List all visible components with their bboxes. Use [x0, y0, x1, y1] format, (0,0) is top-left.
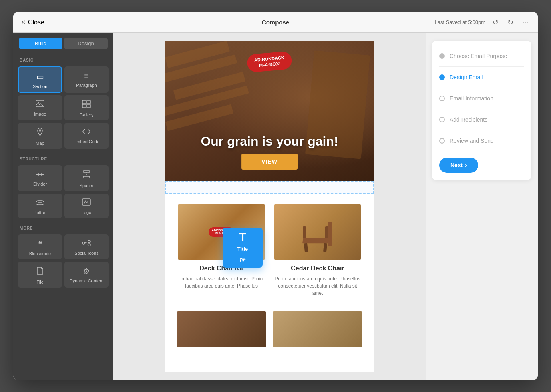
step-review-send[interactable]: Review and Send [439, 134, 524, 148]
sidebar-item-paragraph[interactable]: ≡ Paragraph [64, 66, 109, 93]
step-label-email-info: Email Information [450, 95, 493, 102]
sidebar-item-image[interactable]: Image [18, 95, 62, 120]
canvas-area: ADIRONDACK IN-A-BOX! Our grain is your g… [113, 33, 426, 380]
steps-divider-1 [439, 66, 524, 67]
sidebar-item-logo-label: Logo [82, 210, 91, 215]
sidebar-item-section-label: Section [33, 84, 48, 89]
undo-button[interactable]: ↺ [491, 16, 500, 28]
tab-build[interactable]: Build [19, 38, 62, 49]
step-choose-purpose[interactable]: Choose Email Purpose [439, 49, 524, 63]
svg-line-20 [85, 244, 88, 244]
button-icon [36, 198, 44, 208]
sidebar-item-spacer[interactable]: Spacer [64, 165, 109, 191]
step-dot-choose-purpose [439, 53, 445, 59]
svg-rect-3 [87, 100, 90, 104]
step-add-recipients[interactable]: Add Recipients [439, 112, 524, 127]
sidebar-item-button[interactable]: Button [18, 194, 62, 218]
hero-cta-button[interactable]: VIEW [241, 154, 298, 170]
logo-icon [82, 198, 91, 208]
step-label-review-send: Review and Send [450, 138, 494, 144]
sidebar-item-image-label: Image [34, 112, 46, 116]
next-button[interactable]: Next › [439, 158, 478, 173]
sidebar-item-blockquote-label: Blockquote [29, 251, 51, 256]
sidebar-item-social-icons[interactable]: Social Icons [64, 234, 109, 259]
sidebar-item-embed-code[interactable]: Embed Code [64, 123, 109, 149]
product-desc-deck-chair-kit: In hac habitasse platea dictumst. Proin … [178, 275, 265, 290]
sidebar-item-map-label: Map [36, 141, 44, 146]
step-email-information[interactable]: Email Information [439, 91, 524, 106]
paragraph-icon: ≡ [84, 71, 89, 80]
redo-button[interactable]: ↻ [506, 16, 515, 28]
product-desc-cedar-deck-chair: Proin faucibus arcu quis ante. Phasellus… [274, 275, 361, 297]
step-design-email[interactable]: Design Email [439, 70, 524, 84]
sidebar-item-map[interactable]: Map [18, 123, 62, 149]
last-saved-text: Last Saved at 5:00pm [435, 19, 485, 25]
title-icon: T [239, 231, 246, 244]
sidebar-item-embed-label: Embed Code [74, 139, 99, 144]
products-grid: ADIRONDACKIN-A-BOX Deck Chair Kit In hac… [165, 198, 374, 311]
svg-point-16 [82, 242, 85, 244]
svg-rect-5 [87, 104, 90, 108]
close-label: Close [28, 19, 44, 26]
sidebar-item-gallery-label: Gallery [80, 112, 94, 117]
steps-divider-3 [439, 109, 524, 109]
step-dot-add-recipients [439, 117, 445, 122]
dragging-title-item[interactable]: T Title ☞ [223, 228, 263, 268]
next-button-container: Next › [439, 148, 524, 173]
svg-point-6 [39, 130, 41, 131]
next-arrow-icon: › [465, 162, 467, 168]
bottom-product-2 [273, 311, 362, 347]
sidebar-item-divider-label: Divider [33, 182, 47, 186]
sidebar-item-blockquote[interactable]: ❝ Blockquote [18, 234, 62, 259]
sidebar-item-logo[interactable]: Logo [64, 194, 109, 218]
sidebar-item-social-label: Social Icons [74, 251, 98, 256]
sidebar-item-file[interactable]: File [18, 262, 62, 288]
svg-line-19 [85, 242, 88, 243]
sidebar-item-dynamic-content[interactable]: ⚙ Dynamic Content [64, 262, 109, 288]
svg-point-17 [88, 240, 90, 243]
gallery-icon [82, 100, 91, 110]
svg-rect-15 [82, 199, 90, 205]
step-dot-email-info [439, 96, 445, 101]
sidebar: Build Design BASIC ▭ Section ≡ Paragraph [13, 33, 113, 380]
step-dot-review-send [439, 138, 445, 144]
section-label-more: MORE [13, 222, 113, 233]
products-section: ADIRONDACKIN-A-BOX Deck Chair Kit In hac… [165, 194, 374, 354]
svg-rect-2 [82, 100, 86, 104]
sidebar-item-divider[interactable]: Divider [18, 165, 62, 191]
window-title: Compose [262, 19, 289, 26]
step-label-add-recipients: Add Recipients [450, 116, 487, 123]
spacer-icon [82, 170, 90, 181]
drop-zone[interactable] [165, 181, 374, 194]
product-card-cedar-deck-chair: Cedar Deck Chair Proin faucibus arcu qui… [269, 198, 366, 303]
bottom-products-row [165, 311, 374, 354]
step-label-design-email: Design Email [450, 74, 483, 80]
close-button[interactable]: ✕ Close [21, 19, 44, 26]
bottom-product-1 [177, 311, 266, 347]
more-options-button[interactable]: ··· [521, 16, 530, 28]
tab-design[interactable]: Design [64, 38, 108, 49]
sidebar-item-file-label: File [36, 280, 44, 284]
structure-items-grid: Divider Spacer [13, 164, 113, 222]
email-canvas: ADIRONDACK IN-A-BOX! Our grain is your g… [165, 41, 374, 372]
sidebar-item-spacer-label: Spacer [80, 183, 94, 188]
map-icon [36, 128, 44, 138]
titlebar: ✕ Close Compose Last Saved at 5:00pm ↺ ↻… [13, 12, 538, 33]
hero-headline: Our grain is your gain! [165, 134, 374, 149]
svg-rect-11 [83, 176, 90, 178]
titlebar-right: Last Saved at 5:00pm ↺ ↻ ··· [435, 16, 530, 28]
sidebar-tab-group: Build Design [13, 33, 113, 54]
app-window: ✕ Close Compose Last Saved at 5:00pm ↺ ↻… [13, 12, 538, 380]
sidebar-item-section[interactable]: ▭ Section [18, 66, 62, 93]
steps-card: Choose Email Purpose Design Email Email … [432, 41, 531, 180]
right-panel: Choose Email Purpose Design Email Email … [426, 33, 538, 380]
dynamic-content-icon: ⚙ [83, 266, 90, 276]
steps-divider-4 [439, 130, 524, 130]
product-title-cedar-deck-chair: Cedar Deck Chair [274, 265, 361, 272]
sidebar-item-gallery[interactable]: Gallery [64, 95, 109, 120]
sidebar-item-button-label: Button [34, 210, 46, 215]
title-drag-label: Title [237, 246, 248, 252]
blockquote-icon: ❝ [38, 239, 42, 249]
hero-section: ADIRONDACK IN-A-BOX! Our grain is your g… [165, 41, 374, 181]
product-image-cedar-deck-chair [274, 204, 361, 260]
